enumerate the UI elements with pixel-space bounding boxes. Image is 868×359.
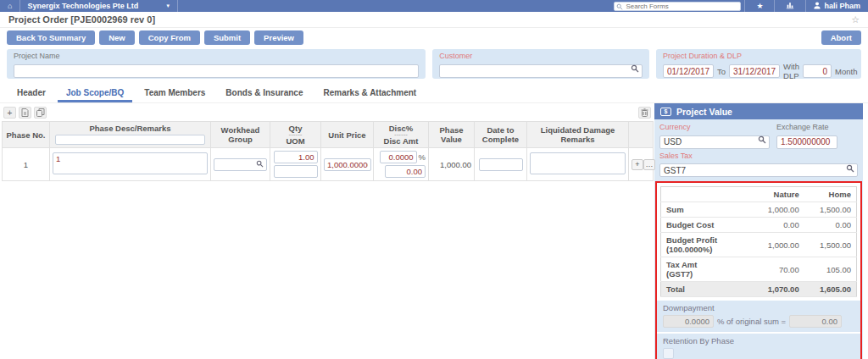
money-icon: $ [660,108,671,116]
project-duration-label: Project Duration & DLP [663,52,854,60]
date-to-complete-input[interactable] [479,158,523,171]
disc-cell: % [374,148,429,181]
with-dlp-label: With DLP [783,62,799,80]
retention-by-phase-group: Retention By Phase [657,334,860,359]
liquidated-damage-input[interactable] [530,152,626,174]
uom-input[interactable] [274,165,318,178]
phase-no-cell: 1 [3,148,50,181]
action-toolbar: Back To Summary New Copy From Submit Pre… [0,28,868,47]
downpayment-amount-input [789,315,842,328]
user-icon [814,2,821,11]
trash-icon [641,108,648,117]
col-home: Home [804,187,857,202]
workhead-search-icon[interactable] [256,160,264,168]
downpayment-suffix: % of original sum = [717,317,786,326]
customer-panel: Customer [432,49,649,79]
copy-from-button[interactable]: Copy From [139,30,200,45]
liquidated-damage-cell [527,148,629,181]
percent-suffix: % [419,152,426,162]
summary-row-tax-amt: Tax Amt (GST7) 70.00 105.00 [661,257,857,282]
row-actions-cell: +… [629,148,654,181]
project-name-input[interactable] [14,64,419,78]
duration-from-date-input[interactable] [663,64,714,78]
month-label: Month [835,67,857,76]
title-bar: Project Order [PJE0002969 rev 0] ☆ [0,12,868,28]
submit-button[interactable]: Submit [204,30,250,45]
search-form-container [614,2,741,11]
document-icon [21,108,29,117]
currency-input[interactable] [659,135,770,149]
retention-by-phase-checkbox[interactable] [663,348,674,359]
summary-row-sum: Sum 1,000.00 1,500.00 [661,202,857,218]
home-button[interactable]: ⌂ [0,0,20,12]
currency-search-icon[interactable] [758,135,766,144]
value-summary-table: Nature Home Sum 1,000.00 1,500.00 Budget… [660,186,857,297]
disc-pct-input[interactable] [380,151,417,163]
col-workhead-group: Workhead Group [211,122,270,148]
reports-button[interactable] [774,0,805,12]
star-icon: ★ [756,2,763,10]
topbar-spacer [178,0,610,12]
summary-row-budget-profit: Budget Profit (100.0000%) 1,000.00 1,500… [661,233,857,257]
phase-desc-filter-input[interactable] [55,135,206,145]
search-input[interactable] [614,2,741,11]
project-value-panel: $ Project Value Currency Exchange Rate [654,103,863,359]
phase-desc-input[interactable]: 1 [53,152,208,174]
downpayment-group: Downpayment % of original sum = [657,301,860,332]
preview-button[interactable]: Preview [254,30,303,45]
favorite-star-icon[interactable]: ☆ [851,14,860,25]
phase-desc-cell: 1 [50,148,211,181]
qty-input[interactable] [274,151,318,163]
project-duration-panel: Project Duration & DLP To With DLP Month [656,49,861,79]
delete-row-button[interactable] [638,107,651,119]
project-value-fields: Currency Exchange Rate Sales Tax [654,119,863,181]
col-phase-value: Phase Value [429,122,475,148]
col-phase-desc-label: Phase Desc/Remarks [89,124,170,133]
insert-row-button[interactable] [19,107,31,119]
user-name-label: hali Pham [824,2,860,10]
new-button[interactable]: New [99,30,135,45]
back-to-summary-button[interactable]: Back To Summary [7,30,95,45]
sales-tax-search-icon[interactable] [846,164,854,173]
exchange-rate-label: Exchange Rate [776,123,837,131]
project-value-highlight-box: Nature Home Sum 1,000.00 1,500.00 Budget… [655,181,862,359]
col-unit-price: Unit Price [321,122,374,148]
col-date-to-complete: Date to Complete [475,122,527,148]
tab-bonds-insurance[interactable]: Bonds & Insurance [217,84,311,102]
qty-uom-cell [270,148,321,181]
col-qty-uom: Qty ------ UOM [270,122,321,148]
unit-price-input[interactable] [324,158,371,171]
tab-header[interactable]: Header [8,84,54,102]
sales-tax-input[interactable] [659,163,858,177]
customer-input[interactable] [439,64,643,78]
col-nature: Nature [753,187,804,202]
tab-remarks-attachment[interactable]: Remarks & Attachment [314,84,425,102]
company-selector[interactable]: Synergix Technologies Pte Ltd ▼ [20,0,178,12]
downpayment-label: Downpayment [663,303,854,312]
row-more-button[interactable]: … [643,159,655,170]
customer-search-icon[interactable] [631,64,639,73]
user-menu[interactable]: hali Pham [805,0,868,12]
dlp-months-input[interactable] [803,64,832,78]
summary-row-total: Total 1,070.00 1,605.00 [661,282,857,297]
duration-to-label: To [717,67,726,76]
phases-table: Phase No. Phase Desc/Remarks Workhead Gr… [2,121,654,181]
tab-team-members[interactable]: Team Members [136,84,214,102]
disc-amt-input[interactable] [385,165,426,178]
project-value-header: $ Project Value [654,103,863,119]
abort-button[interactable]: Abort [821,30,861,45]
row-add-button[interactable]: + [632,159,643,170]
exchange-rate-input[interactable] [776,135,837,149]
unit-price-cell [321,148,374,181]
col-actions [629,122,654,148]
duplicate-row-button[interactable] [34,107,47,119]
tab-job-scope-bq[interactable]: Job Scope/BQ [58,84,132,102]
header-info-row: Project Name Customer Project Duration &… [0,47,868,82]
add-row-button[interactable]: + [3,107,16,119]
top-navigation-bar: ⌂ Synergix Technologies Pte Ltd ▼ ★ hali… [0,0,868,12]
duration-to-date-input[interactable] [729,64,780,78]
favorites-button[interactable]: ★ [744,0,774,12]
job-scope-grid-area: + [0,103,654,359]
chevron-down-icon: ▼ [165,3,170,8]
col-phase-desc: Phase Desc/Remarks [50,122,211,148]
